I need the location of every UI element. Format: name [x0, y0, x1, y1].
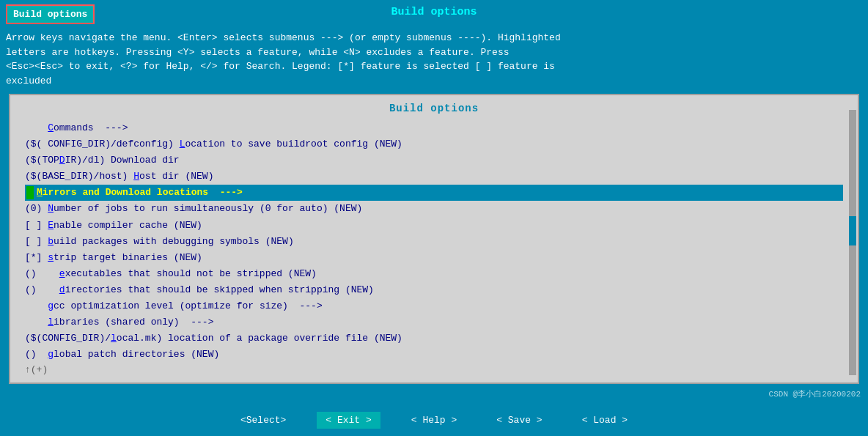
exit-button[interactable]: < Exit >	[317, 412, 380, 429]
list-item[interactable]: () global patch directories (NEW)	[25, 347, 843, 363]
list-item[interactable]: [ ] Enable compiler cache (NEW)	[25, 218, 843, 234]
list-item[interactable]: [ ] build packages with debugging symbol…	[25, 234, 843, 250]
scrollbar-thumb[interactable]	[849, 216, 856, 245]
list-item[interactable]: ($(BASE_DIR)/host) Host dir (NEW)	[25, 169, 843, 185]
bottom-bar: <Select> < Exit > < Help > < Save > < Lo…	[0, 404, 868, 436]
list-item[interactable]: Commands --->	[25, 120, 843, 136]
help-button[interactable]: < Help >	[402, 412, 466, 429]
list-item[interactable]: ($( CONFIG_DIR)/defconfig) Location to s…	[25, 136, 843, 152]
list-item[interactable]: ($(TOPDIR)/dl) Download dir	[25, 152, 843, 169]
menu-title: Build options	[25, 103, 843, 114]
menu-container: Build options Commands --->($( CONFIG_DI…	[25, 103, 843, 363]
help-text: Arrow keys navigate the menu. <Enter> se…	[6, 31, 862, 88]
page-title-top: Build options	[0, 6, 868, 18]
list-item[interactable]: () executables that should not be stripp…	[25, 266, 843, 282]
help-line2: letters are hotkeys. Pressing <Y> select…	[6, 45, 862, 60]
select-button[interactable]: <Select>	[232, 412, 295, 429]
menu-item-highlighted[interactable]: Mirrors and Download locations --->	[25, 185, 843, 201]
list-item[interactable]: () directories that should be skipped wh…	[25, 282, 843, 298]
save-button[interactable]: < Save >	[488, 412, 551, 429]
load-button[interactable]: < Load >	[573, 412, 636, 429]
highlight-indicator	[26, 186, 34, 199]
list-item[interactable]: gcc optimization level (optimize for siz…	[25, 298, 843, 314]
list-item[interactable]: [*] strip target binaries (NEW)	[25, 250, 843, 266]
list-item[interactable]: (0) Number of jobs to run simultaneously…	[25, 201, 843, 217]
help-line4: excluded	[6, 74, 862, 89]
content-box: Build options Commands --->($( CONFIG_DI…	[9, 94, 859, 384]
highlighted-text: Mirrors and Download locations --->	[37, 185, 243, 201]
list-item[interactable]: libraries (shared only) --->	[25, 314, 843, 330]
plus-line: ↑(+)	[25, 364, 843, 375]
watermark: CSDN @李小白20200202	[769, 388, 861, 399]
list-item[interactable]: ($(CONFIG_DIR)/local.mk) location of a p…	[25, 330, 843, 347]
main-container: Arrow keys navigate the menu. <Enter> se…	[0, 28, 868, 387]
help-line3: <Esc><Esc> to exit, <?> for Help, </> fo…	[6, 59, 862, 74]
help-line1: Arrow keys navigate the menu. <Enter> se…	[6, 31, 862, 45]
scrollbar[interactable]	[849, 110, 856, 375]
title-bar: Build options Build options	[0, 0, 868, 28]
